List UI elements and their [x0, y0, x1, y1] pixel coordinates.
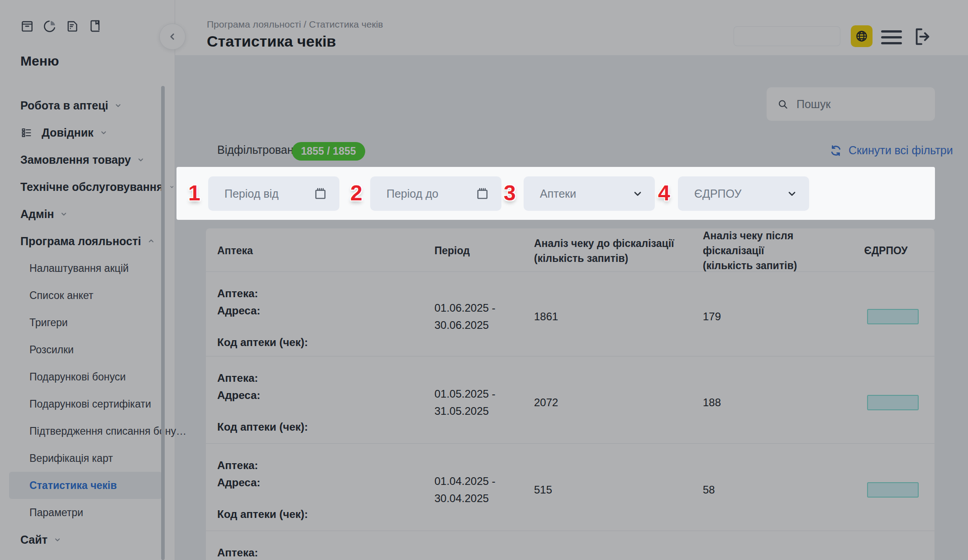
calendar-icon [475, 186, 490, 201]
sidebar-item-tekhnichne-obsluhovuvannya[interactable]: Технічне обслуговування [0, 173, 175, 200]
sidebar-item-parametry[interactable]: Параметри [0, 499, 175, 526]
sidebar-menu-title: Меню [20, 53, 59, 69]
search-box[interactable] [767, 87, 935, 121]
filters-spotlight-band: 1 2 3 4 Період від Період до Аптеки ЄДРП… [176, 167, 935, 220]
sidebar-item-spysok-anket[interactable]: Список анкет [0, 282, 175, 309]
filtered-count-badge: 1855 / 1855 [292, 142, 365, 161]
filter-edrpou-select[interactable]: ЄДРПОУ [678, 176, 809, 211]
chevron-down-icon [136, 155, 145, 164]
sidebar-item-podarunkovi-sertyfikaty[interactable]: Подарункові сертифікати [0, 390, 175, 418]
sidebar-item-label: Верифікація карт [29, 452, 113, 465]
period-cell: 01.05.2025 -31.05.2025 [434, 385, 534, 420]
filter-label: ЄДРПОУ [694, 187, 787, 200]
search-input[interactable] [796, 97, 924, 111]
logout-button[interactable] [913, 26, 934, 47]
sidebar-item-statystyka-chekiv[interactable]: Статистика чеків [9, 472, 162, 499]
sidebar-item-rozsylky[interactable]: Розсилки [0, 336, 175, 363]
sidebar-quick-icons [20, 19, 102, 33]
sidebar-item-label: Замовлення товару [20, 153, 131, 166]
sidebar-item-label: Тригери [29, 317, 68, 329]
reset-filters-label: Скинути всі фільтри [849, 144, 953, 157]
calendar-icon [313, 186, 328, 201]
pie-chart-icon[interactable] [43, 19, 57, 33]
sidebar-item-label: Подарункові сертифікати [29, 398, 151, 410]
sidebar-item-label: Довідник [42, 126, 94, 139]
filter-period-to[interactable]: Період до [370, 176, 501, 211]
sidebar-item-label: Технічне обслуговування [20, 180, 163, 194]
step-marker-3: 3 [504, 180, 516, 205]
filter-period-from[interactable]: Період від [208, 176, 339, 211]
period-cell: 01.06.2025 -30.06.2025 [434, 299, 534, 334]
pre-fiscal-cell: 1861 [534, 310, 699, 323]
post-fiscal-cell: 188 [699, 396, 837, 409]
page-title: Статистика чеків [207, 33, 336, 50]
sidebar-item-label: Список анкет [29, 289, 93, 302]
sidebar-item-podarunkovi-bonusy[interactable]: Подарункові бонуси [0, 363, 175, 390]
table-row: Аптека: Адреса: Код аптеки (чек): 01.05.… [206, 356, 935, 444]
sidebar-item-dovidnyk[interactable]: Довідник [0, 119, 175, 146]
chevron-down-icon [632, 188, 643, 199]
chevron-left-icon [167, 32, 177, 42]
pharmacy-cell: Аптека: Адреса: [206, 531, 434, 560]
sidebar-item-label: Сайт [20, 533, 48, 546]
list-icon [20, 127, 33, 139]
language-button[interactable] [851, 25, 873, 47]
post-fiscal-cell: 58 [699, 484, 837, 496]
hamburger-menu-icon[interactable] [881, 30, 902, 44]
sidebar-item-admin[interactable]: Адмін [0, 200, 175, 228]
pre-fiscal-cell: 515 [534, 484, 699, 496]
sidebar-item-label: Адмін [20, 208, 54, 221]
sidebar-item-tryhery[interactable]: Тригери [0, 309, 175, 336]
edrpou-redacted-value [867, 482, 919, 498]
edrpou-cell [837, 309, 935, 324]
sidebar-item-label: Налаштування акцій [29, 262, 129, 275]
reset-icon [830, 144, 842, 157]
sidebar-item-veryfikatsiya-kart[interactable]: Верифікація карт [0, 445, 175, 472]
sidebar-item-sayt[interactable]: Сайт [0, 526, 175, 553]
breadcrumb: Програма лояльності / Статистика чеків [207, 19, 383, 30]
search-icon [777, 98, 788, 110]
edrpou-redacted-value [867, 309, 919, 324]
reset-filters-link[interactable]: Скинути всі фільтри [830, 144, 953, 157]
chevron-down-icon [99, 128, 108, 137]
sidebar-scrollbar[interactable] [161, 86, 165, 560]
step-marker-1: 1 [188, 180, 200, 205]
sidebar-item-zamovlennya-tovaru[interactable]: Замовлення товару [0, 146, 175, 173]
table-row: Аптека: Адреса: [206, 531, 935, 560]
chevron-down-icon [59, 209, 68, 218]
filter-label: Період від [224, 187, 313, 200]
sidebar-item-label: Подарункові бонуси [29, 371, 126, 383]
logout-icon [913, 26, 934, 47]
sidebar-item-robota-v-aptetsi[interactable]: Робота в аптеці [0, 92, 175, 119]
sidebar-item-prohrama-loyalnosti[interactable]: Програма лояльності [0, 228, 175, 255]
filter-pharmacies-select[interactable]: Аптеки [524, 176, 655, 211]
column-header-period: Період [434, 243, 534, 258]
step-marker-4: 4 [658, 180, 670, 205]
pre-fiscal-cell: 2072 [534, 396, 699, 409]
sidebar-item-nalashtuvannya-aktsiy[interactable]: Налаштування акцій [0, 255, 175, 282]
sidebar-collapse-button[interactable] [159, 24, 186, 50]
column-header-pharmacy: Аптека [206, 243, 434, 258]
document-icon[interactable] [65, 19, 80, 33]
archive-icon[interactable] [20, 19, 34, 33]
sidebar-item-pidtverdzhennya-spysannya[interactable]: Підтвердження списання бону… [0, 418, 175, 445]
column-header-pre-fiscal: Аналіз чеку до фіскалізації(кількість за… [534, 236, 699, 266]
filter-label: Аптеки [540, 187, 632, 200]
sidebar-item-label: Робота в аптеці [20, 99, 108, 112]
edrpou-cell [837, 482, 935, 498]
column-header-post-fiscal: Аналіз чеку після фіскалізації(кількість… [699, 228, 837, 273]
sidebar-item-label: Параметри [29, 507, 83, 519]
pharmacy-cell: Аптека: Адреса: Код аптеки (чек): [206, 272, 434, 353]
step-marker-2: 2 [350, 180, 362, 205]
sidebar-item-label: Розсилки [29, 344, 74, 356]
edrpou-cell [837, 395, 935, 410]
chevron-down-icon [114, 101, 123, 110]
pharmacy-cell: Аптека: Адреса: Код аптеки (чек): [206, 356, 434, 438]
table-row: Аптека: Адреса: Код аптеки (чек): 01.04.… [206, 444, 935, 531]
period-cell: 01.04.2025 -30.04.2025 [434, 473, 534, 507]
table-header-row: Аптека Період Аналіз чеку до фіскалізаці… [206, 228, 935, 272]
globe-icon [855, 29, 868, 43]
chevron-down-icon [787, 188, 797, 199]
sidebar-item-label: Статистика чеків [29, 479, 117, 492]
book-icon[interactable] [88, 19, 102, 33]
